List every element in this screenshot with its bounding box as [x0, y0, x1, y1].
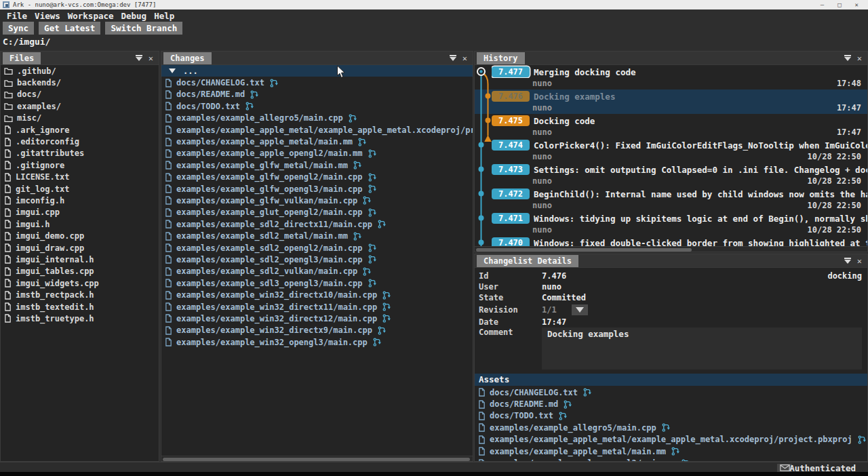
switch-branch-button[interactable]: Switch Branch — [105, 22, 182, 35]
file-tree-item[interactable]: imgui.h — [1, 218, 159, 230]
close-button[interactable]: ✕ — [855, 0, 859, 9]
changeset-badge[interactable]: 7.473 — [492, 164, 530, 175]
panel-close-icon[interactable]: ✕ — [149, 54, 153, 62]
panel-close-icon[interactable]: ✕ — [857, 54, 862, 62]
file-tree-item[interactable]: .github/ — [1, 65, 159, 77]
changed-file-row[interactable]: examples/example_apple_metal/main.mm — [161, 136, 473, 147]
file-tree-item[interactable]: imstb_truetype.h — [1, 313, 159, 324]
changelist-details-tab[interactable]: Changelist Details — [477, 255, 578, 267]
changeset-badge[interactable]: 7.470 — [492, 237, 530, 246]
filter-icon[interactable] — [136, 55, 142, 62]
file-tree-item[interactable]: LICENSE.txt — [1, 172, 159, 183]
expander-triangle-icon[interactable] — [169, 68, 176, 73]
changed-file-row[interactable]: examples/example_win32_directx11/main.cp… — [161, 301, 473, 313]
changes-tab[interactable]: Changes — [163, 52, 212, 64]
file-tree-item[interactable]: .gitignore — [1, 159, 159, 171]
file-tree-item[interactable]: imstb_rectpack.h — [1, 289, 159, 300]
changed-file-row[interactable]: examples/example_win32_directx9/main.cpp — [161, 325, 473, 336]
file-tree-item[interactable]: imstb_textedit.h — [1, 301, 159, 313]
maximize-button[interactable]: □ — [837, 0, 841, 9]
file-tree-item[interactable]: .gitattributes — [1, 148, 159, 159]
changeset-badge[interactable]: 7.471 — [492, 213, 530, 224]
changeset-row[interactable]: 7.474 ColorPicker4(): Fixed ImGuiColorEd… — [475, 138, 867, 163]
file-tree-item[interactable]: imconfig.h — [1, 195, 159, 206]
file-tree-item[interactable]: misc/ — [1, 113, 159, 124]
asset-file-row[interactable]: docs/TODO.txt — [475, 410, 867, 422]
comment-textarea[interactable]: Docking examples — [542, 328, 862, 370]
changed-file-row[interactable]: examples/example_glfw_metal/main.mm — [161, 159, 473, 171]
scrollbar-thumb[interactable] — [476, 248, 692, 252]
changeset-row[interactable]: 7.477 Merging docking code nuno 17:48 — [475, 65, 867, 90]
files-tab[interactable]: Files — [3, 52, 41, 64]
file-tree-item[interactable]: .editorconfig — [1, 136, 159, 147]
changeset-badge[interactable]: 7.477 — [492, 66, 530, 77]
menu-workspace[interactable]: Workspace — [68, 11, 114, 21]
menu-help[interactable]: Help — [154, 11, 174, 21]
changeset-row[interactable]: 7.473 Settings: omit outputing Collapsed… — [475, 163, 867, 187]
file-tree-item[interactable]: .ark_ignore — [1, 124, 159, 136]
changed-file-row[interactable]: examples/example_apple_metal/example_app… — [161, 124, 473, 136]
file-tree-item[interactable]: imgui.cpp — [1, 207, 159, 218]
panel-close-icon[interactable]: ✕ — [857, 257, 862, 265]
changed-file-row[interactable]: examples/example_sdl2_vulkan/main.cpp — [161, 266, 473, 277]
file-tree-item[interactable]: imgui_tables.cpp — [1, 266, 159, 277]
changeset-row[interactable]: 7.475 Docking code nuno 17:47 — [475, 114, 867, 138]
changed-file-row[interactable]: examples/example_glfw_opengl3/main.cpp — [161, 183, 473, 195]
changeset-badge[interactable]: 7.475 — [492, 115, 530, 126]
panel-close-icon[interactable]: ✕ — [462, 54, 467, 62]
filter-icon[interactable] — [450, 55, 456, 62]
revision-value[interactable]: 1/1 — [542, 305, 572, 315]
get-latest-button[interactable]: Get Latest — [39, 22, 100, 35]
history-tab[interactable]: History — [477, 52, 525, 64]
file-tree-item[interactable]: imgui_widgets.cpp — [1, 277, 159, 289]
changed-file-row[interactable]: examples/example_sdl2_directx11/main.cpp — [161, 218, 473, 230]
changed-file-row[interactable]: docs/TODO.txt — [161, 100, 473, 112]
changed-file-row[interactable]: examples/example_sdl2_opengl2/main.cpp — [161, 242, 473, 254]
asset-file-row[interactable]: examples/example_apple_metal/main.mm — [475, 445, 867, 457]
changed-file-row[interactable]: examples/example_win32_directx12/main.cp… — [161, 313, 473, 324]
filter-icon[interactable] — [844, 258, 851, 264]
file-tree-item[interactable]: imgui_demo.cpp — [1, 230, 159, 241]
asset-file-row[interactable]: examples/example_apple_opengl2/main.mm — [475, 457, 867, 461]
changed-file-row[interactable]: docs/README.md — [161, 89, 473, 100]
menu-views[interactable]: Views — [35, 11, 60, 21]
changed-file-row[interactable]: examples/example_win32_directx10/main.cp… — [161, 289, 473, 300]
asset-file-row[interactable]: docs/CHANGELOG.txt — [475, 386, 867, 398]
changeset-badge[interactable]: 7.474 — [492, 140, 530, 151]
changeset-row[interactable]: 7.476 Docking examples nuno 17:47 — [475, 90, 867, 114]
file-tree-item[interactable]: docs/ — [1, 89, 159, 100]
changeset-row[interactable]: 7.472 BeginChild(): Internal name used b… — [475, 187, 867, 212]
file-tree-item[interactable]: examples/ — [1, 100, 159, 112]
file-tree-item[interactable]: git_log.txt — [1, 183, 159, 195]
file-tree-item[interactable]: imgui_draw.cpp — [1, 242, 159, 254]
sync-button[interactable]: Sync — [3, 22, 34, 35]
changed-file-row[interactable]: examples/example_glfw_opengl2/main.cpp — [161, 172, 473, 183]
asset-file-row[interactable]: examples/example_apple_metal/example_app… — [475, 434, 867, 445]
menu-debug[interactable]: Debug — [121, 11, 146, 21]
changed-file-row[interactable]: examples/example_sdl2_metal/main.mm — [161, 230, 473, 241]
revision-dropdown-button[interactable] — [572, 304, 588, 315]
changed-file-row[interactable]: docs/CHANGELOG.txt — [161, 77, 473, 88]
minimize-button[interactable]: — — [821, 0, 824, 9]
changed-file-row[interactable]: examples/example_glut_opengl2/main.cpp — [161, 207, 473, 218]
horizontal-scrollbar[interactable] — [161, 456, 473, 461]
changeset-badge[interactable]: 7.472 — [492, 189, 530, 199]
changeset-badge[interactable]: 7.476 — [492, 91, 530, 102]
changed-file-row[interactable]: examples/example_sdl2_opengl3/main.cpp — [161, 254, 473, 265]
changed-file-row[interactable]: examples/example_win32_opengl3/main.cpp — [161, 336, 473, 348]
filter-icon[interactable] — [844, 55, 851, 62]
changed-file-row[interactable]: examples/example_glfw_vulkan/main.cpp — [161, 195, 473, 206]
asset-file-row[interactable]: docs/README.md — [475, 398, 867, 410]
file-tree-item[interactable]: backends/ — [1, 77, 159, 88]
changeset-row[interactable]: 7.471 Windows: tidying up skipitems logi… — [475, 212, 867, 236]
changeset-row[interactable]: 7.470 Windows: fixed double-clicked bord… — [475, 236, 867, 246]
scrollbar-thumb[interactable] — [163, 458, 470, 461]
changed-file-row[interactable]: examples/example_allegro5/main.cpp — [161, 113, 473, 124]
menu-file[interactable]: File — [7, 11, 27, 21]
changed-file-row[interactable]: examples/example_sdl3_opengl3/main.cpp — [161, 277, 473, 289]
horizontal-scrollbar[interactable] — [475, 246, 867, 252]
changes-group-row[interactable]: ... — [161, 65, 473, 77]
asset-file-row[interactable]: examples/example_allegro5/main.cpp — [475, 422, 867, 433]
file-tree-item[interactable]: imgui_internal.h — [1, 254, 159, 265]
changed-file-row[interactable]: examples/example_apple_opengl2/main.mm — [161, 148, 473, 159]
